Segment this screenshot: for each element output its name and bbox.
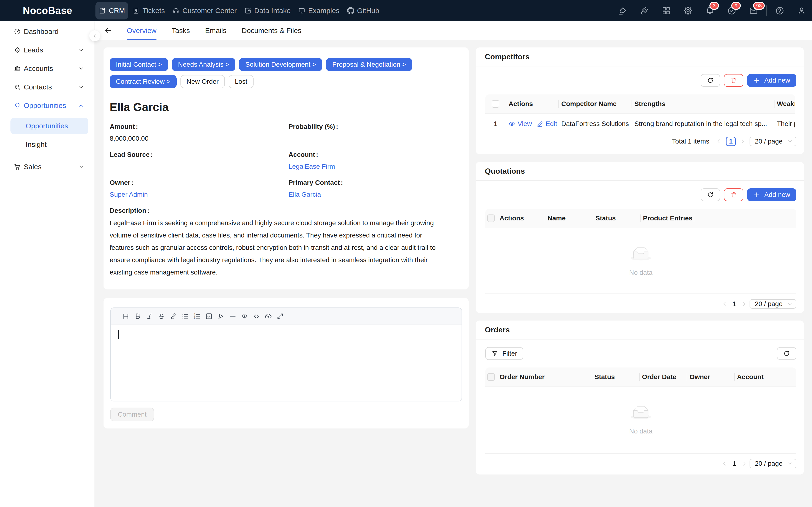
stage-button-lost[interactable]: Lost <box>229 75 254 88</box>
pagination-next-icon[interactable] <box>741 301 747 307</box>
fullscreen-icon[interactable] <box>276 313 284 320</box>
upload-cloud-icon[interactable] <box>264 313 272 320</box>
edit-link[interactable]: Edit <box>537 120 557 128</box>
refresh-button[interactable] <box>701 74 720 87</box>
stage-button-needs-analysis[interactable]: Needs Analysis > <box>172 58 236 71</box>
user-profile-icon[interactable] <box>797 6 806 15</box>
bold-icon[interactable] <box>134 313 142 320</box>
delete-button[interactable] <box>724 188 744 201</box>
page-size-select[interactable]: 20 / page <box>750 299 796 309</box>
list-ol-icon[interactable]: 123 <box>193 313 201 320</box>
sidebar-subitem-opportunities[interactable]: Opportunities <box>10 118 88 134</box>
code-block-icon[interactable] <box>241 313 248 320</box>
stage-button-new-order[interactable]: New Order <box>181 75 225 88</box>
sidebar-item-contacts[interactable]: Contacts <box>4 79 91 95</box>
column-header-order-date[interactable]: Order Date <box>639 368 687 387</box>
italic-icon[interactable] <box>146 313 153 320</box>
hr-line-icon[interactable] <box>229 313 237 320</box>
column-header-competitor-name[interactable]: Competitor Name <box>558 95 631 113</box>
help-question-icon[interactable] <box>775 6 784 15</box>
add-new-button[interactable]: Add new <box>747 188 796 201</box>
nocobase-logo[interactable]: NocoBase <box>0 5 95 16</box>
notification-bell-icon[interactable]: 3 <box>705 6 715 15</box>
pagination-prev-icon[interactable] <box>721 460 728 467</box>
sidebar-collapse-button[interactable] <box>89 31 100 41</box>
delete-button[interactable] <box>724 74 744 87</box>
filter-button[interactable]: Filter <box>485 347 523 360</box>
column-header-actions[interactable]: Actions <box>506 95 558 113</box>
pagination-page-1[interactable]: 1 <box>730 299 739 309</box>
sidebar-item-opportunities[interactable]: Opportunities <box>4 97 91 114</box>
stage-button-initial-contact[interactable]: Initial Contact > <box>110 58 168 71</box>
column-header-order-number[interactable]: Order Number <box>497 368 592 387</box>
refresh-button[interactable] <box>701 188 720 201</box>
field-value-link[interactable]: Ella Garcia <box>289 191 321 198</box>
column-header-name[interactable]: Name <box>545 209 593 228</box>
refresh-button[interactable] <box>777 347 796 360</box>
view-link[interactable]: View <box>509 120 532 128</box>
no-data-text: No data <box>485 428 796 435</box>
tab-emails[interactable]: Emails <box>205 21 226 40</box>
topnav-item-crm[interactable]: CRM <box>95 2 128 19</box>
strike-icon[interactable] <box>158 313 165 320</box>
stage-button-proposal-negotiation[interactable]: Proposal & Negotiation > <box>326 58 412 71</box>
stage-button-solution-development[interactable]: Solution Development > <box>239 58 322 71</box>
tab-overview[interactable]: Overview <box>127 21 156 40</box>
add-new-button[interactable]: Add new <box>747 74 796 87</box>
comment-card: 123 Comment <box>104 298 469 429</box>
heading-icon[interactable] <box>122 313 130 320</box>
page-size-select[interactable]: 20 / page <box>750 459 796 468</box>
link-icon[interactable] <box>169 313 177 320</box>
todo-check-circle-icon[interactable]: 9 <box>727 6 737 15</box>
pagination-page-1[interactable]: 1 <box>730 459 739 468</box>
select-all-checkbox[interactable] <box>487 373 495 381</box>
pagination-prev-icon[interactable] <box>716 138 722 145</box>
page-size-select[interactable]: 20 / page <box>750 137 796 146</box>
topnav-item-github[interactable]: GitHub <box>344 2 383 19</box>
comment-submit-button[interactable]: Comment <box>110 408 154 421</box>
mail-icon[interactable]: 98 <box>749 6 758 15</box>
topnav-item-tickets[interactable]: Tickets <box>129 2 168 19</box>
pagination-prev-icon[interactable] <box>721 301 728 307</box>
sidebar-subitem-insight[interactable]: Insight <box>10 136 88 153</box>
pagination-next-icon[interactable] <box>740 138 746 145</box>
apps-grid-icon[interactable] <box>661 6 671 15</box>
back-arrow-button[interactable] <box>104 26 112 35</box>
sidebar-item-accounts[interactable]: Accounts <box>4 60 91 77</box>
column-header-strengths[interactable]: Strengths <box>631 95 774 113</box>
tab-tasks[interactable]: Tasks <box>172 21 190 40</box>
column-header-owner[interactable]: Owner <box>687 368 734 387</box>
select-all-checkbox[interactable] <box>492 100 499 108</box>
sidebar-item-dashboard[interactable]: Dashboard <box>4 23 91 40</box>
tab-documents-files[interactable]: Documents & Files <box>242 21 302 40</box>
column-header-status[interactable]: Status <box>593 209 640 228</box>
settings-gear-icon[interactable] <box>683 6 693 15</box>
pagination-next-icon[interactable] <box>741 460 747 467</box>
field-value-link[interactable]: Super Admin <box>110 191 148 198</box>
pagination-page-1[interactable]: 1 <box>726 137 736 146</box>
stage-button-contract-review[interactable]: Contract Review > <box>110 75 176 88</box>
topnav-item-customer-center[interactable]: Customer Center <box>169 2 240 19</box>
plugin-icon[interactable] <box>640 6 649 15</box>
sidebar-item-sales[interactable]: Sales <box>4 159 91 175</box>
check-square-icon[interactable] <box>205 313 213 320</box>
topnav-item-examples[interactable]: Examples <box>295 2 343 19</box>
column-header-weaknesses[interactable]: Weaknesses <box>774 95 795 113</box>
column-header-account[interactable]: Account <box>734 368 781 387</box>
sidebar-item-leads[interactable]: Leads <box>4 42 91 58</box>
column-header-actions[interactable]: Actions <box>497 209 545 228</box>
field-label: Lead Source: <box>110 150 284 160</box>
column-header-product-entries[interactable]: Product Entries <box>640 209 694 228</box>
column-header-status[interactable]: Status <box>592 368 639 387</box>
quote-send-icon[interactable] <box>217 313 224 320</box>
select-all-checkbox[interactable] <box>487 215 495 222</box>
field-label: Description: <box>110 206 462 216</box>
inline-code-icon[interactable] <box>253 313 260 320</box>
list-ul-icon[interactable] <box>182 313 189 320</box>
topnav-item-data-intake[interactable]: Data Intake <box>241 2 294 19</box>
highlighter-icon[interactable] <box>618 6 627 15</box>
editor-textarea[interactable] <box>111 325 462 401</box>
competitor-row[interactable]: 1 View Edit DataFortress Solutions Stron… <box>485 114 795 134</box>
svg-text:3: 3 <box>194 317 195 319</box>
field-value-link[interactable]: LegalEase Firm <box>289 163 335 170</box>
